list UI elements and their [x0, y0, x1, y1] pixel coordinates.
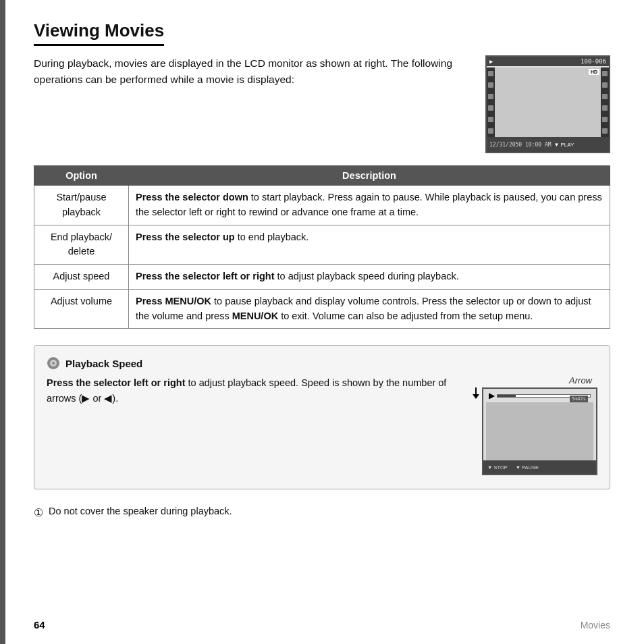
pause-control: ▼ PAUSE	[516, 464, 539, 471]
playback-speed-title: Playback Speed	[65, 358, 142, 369]
col2-header: Description	[129, 166, 610, 186]
lcd-preview: ▶ 100-006 HD	[485, 55, 610, 153]
playback-speed-box: Playback Speed Press the selector left o…	[34, 345, 610, 489]
option-cell: Start/pauseplayback	[34, 186, 129, 225]
note-section: ① Do not cover the speaker during playba…	[34, 504, 610, 521]
lcd-bottom-bar: 12/31/2050 10:00 AM ▼ PLAY	[487, 137, 609, 152]
progress-fill	[498, 395, 516, 397]
left-accent-bar	[0, 0, 5, 644]
note-text: Do not cover the speaker during playback…	[49, 504, 232, 519]
speaker-icon	[47, 356, 60, 370]
camera-icon: ▶	[489, 58, 493, 65]
playback-speed-text: Press the selector left or right to adju…	[47, 375, 466, 406]
options-table: Option Description Start/pauseplayback P…	[34, 165, 610, 329]
playback-speed-header: Playback Speed	[47, 356, 597, 370]
playback-screen: ▶ 5m42s ▼ STOP ▼ PA	[482, 387, 597, 475]
time-badge: 5m42s	[570, 396, 588, 402]
note-icon: ①	[34, 505, 43, 521]
description-cell: Press the selector up to end playback.	[129, 225, 610, 265]
option-cell: Adjust volume	[34, 289, 129, 329]
pb-bottom-bar: ▼ STOP ▼ PAUSE	[483, 460, 596, 474]
arrow-label: Arrow	[479, 375, 597, 385]
table-row: Adjust volume Press MENU/OK to pause pla…	[34, 289, 610, 329]
lcd-date-time: 12/31/2050 10:00 AM	[489, 142, 552, 148]
stop-control: ▼ STOP	[487, 464, 508, 471]
progress-arrow: ▶	[489, 391, 494, 400]
svg-point-2	[52, 362, 55, 365]
pb-main-area	[486, 402, 593, 460]
lcd-main-area: HD	[495, 68, 601, 137]
col1-header: Option	[34, 166, 129, 186]
playback-speed-content: Press the selector left or right to adju…	[47, 375, 597, 475]
file-number: 100-006	[581, 58, 606, 65]
lcd-play-indicator: ▼ PLAY	[554, 142, 574, 148]
film-strip-right	[601, 68, 609, 137]
description-cell: Press the selector down to start playbac…	[129, 186, 610, 225]
option-cell: End playback/delete	[34, 225, 129, 265]
hd-badge: HD	[589, 69, 599, 75]
film-strip-left	[487, 68, 495, 137]
page-footer: 64 Movies	[34, 619, 610, 630]
table-row: Start/pauseplayback Press the selector d…	[34, 186, 610, 225]
speed-text-bold: Press the selector left or right	[47, 377, 185, 388]
playback-speed-image: Arrow ▶ 5m42s	[479, 375, 597, 475]
page-title: Viewing Movies	[34, 20, 164, 46]
description-cell: Press MENU/OK to pause playback and disp…	[129, 289, 610, 329]
page-number: 64	[34, 619, 45, 630]
option-cell: Adjust speed	[34, 265, 129, 290]
intro-text: During playback, movies are displayed in…	[34, 55, 472, 88]
description-cell: Press the selector left or right to adju…	[129, 265, 610, 290]
table-row: Adjust speed Press the selector left or …	[34, 265, 610, 290]
table-row: End playback/delete Press the selector u…	[34, 225, 610, 265]
page-category: Movies	[581, 620, 610, 630]
progress-bar-area: ▶ 5m42s	[489, 393, 591, 398]
